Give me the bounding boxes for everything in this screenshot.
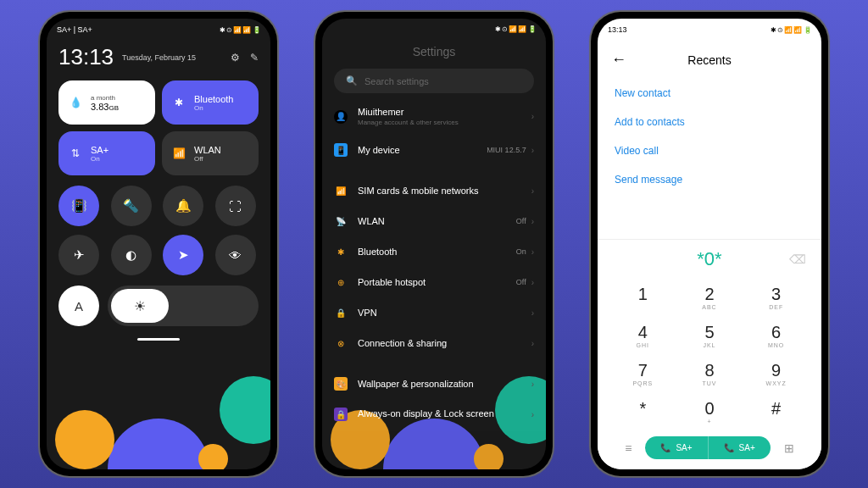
row-icon: 📶 (334, 184, 348, 197)
backspace-button[interactable]: ⌫ (789, 252, 806, 266)
device-item[interactable]: 📱 My device MIUI 12.5.7› (322, 135, 546, 165)
settings-item[interactable]: ⊕Portable hotspotOff› (322, 267, 546, 297)
status-icons: ✱ ⊙ 📶 📶 🔋 (771, 26, 811, 34)
date-display: Tuesday, February 15 (122, 53, 196, 62)
mute-toggle[interactable]: 🔔 (163, 186, 203, 226)
drop-icon: 💧 (67, 94, 84, 111)
row-icon: ⊗ (334, 336, 348, 350)
avatar-icon: 👤 (334, 110, 348, 124)
chevron-icon: › (531, 278, 534, 287)
chevron-icon: › (531, 339, 534, 348)
brightness-slider[interactable]: ☀ (108, 286, 259, 326)
lock-icon: 🔒 (334, 408, 348, 421)
chevron-icon: › (531, 247, 534, 257)
dialpad-button[interactable]: ⊞ (771, 441, 808, 455)
chevron-icon: › (531, 380, 534, 389)
flashlight-icon: 🔦 (123, 198, 139, 214)
data-usage-tile[interactable]: 💧 a month 3.83GB (58, 80, 155, 125)
wlan-tile[interactable]: 📶 WLANOff (162, 131, 259, 175)
action-link[interactable]: Video call (598, 136, 821, 165)
drag-handle[interactable] (137, 338, 180, 341)
key-8[interactable]: 8TUV (676, 355, 743, 393)
settings-item[interactable]: 📶SIM cards & mobile networks› (322, 175, 546, 206)
vibrate-toggle[interactable]: 📳 (58, 186, 99, 226)
eye-toggle[interactable]: 👁 (215, 235, 256, 275)
cellular-tile[interactable]: ⇅ SA+On (58, 131, 155, 175)
bluetooth-icon: ✱ (170, 94, 187, 111)
action-link[interactable]: New contact (598, 79, 821, 108)
bell-icon: 🔔 (175, 198, 192, 214)
screenshot-icon: ⛶ (229, 199, 242, 214)
row-icon: 🔒 (334, 306, 348, 319)
time-display: 13:13 (608, 25, 627, 34)
settings-item[interactable]: 📡WLANOff› (322, 206, 546, 236)
menu-button[interactable]: ≡ (611, 441, 645, 455)
settings-item[interactable]: 🔒VPN› (322, 297, 546, 328)
status-bar: 13:13 ✱ ⊙ 📶 📶 🔋 (598, 19, 821, 41)
back-button[interactable]: ← (611, 51, 626, 69)
airplane-toggle[interactable]: ✈ (58, 235, 99, 275)
aod-item[interactable]: 🔒 Always-on display & Lock screen › (322, 399, 546, 430)
search-input[interactable]: 🔍 Search settings (334, 69, 534, 93)
status-bar: ✱ ⊙ 📶 📶 🔋 (322, 19, 546, 40)
key-3[interactable]: 3DEF (743, 279, 810, 317)
key-*[interactable]: * (609, 393, 676, 431)
airplane-icon: ✈ (74, 247, 85, 263)
dialer-screen: 13:13 ✱ ⊙ 📶 📶 🔋 ← Recents New contactAdd… (598, 19, 821, 469)
key-#[interactable]: # (743, 393, 810, 431)
phone-frame-3: 13:13 ✱ ⊙ 📶 📶 🔋 ← Recents New contactAdd… (591, 12, 828, 476)
phone-icon: 📞 (724, 443, 734, 452)
status-icons: ✱ ⊙ 📶 📶 🔋 (220, 26, 260, 34)
time-display: 13:13 (58, 44, 114, 70)
row-icon: ✱ (334, 245, 348, 258)
location-icon: ➤ (178, 247, 189, 263)
key-1[interactable]: 1 (609, 279, 676, 317)
action-link[interactable]: Send message (598, 165, 821, 194)
phone-icon: 📞 (660, 443, 670, 452)
key-4[interactable]: 4GHI (609, 317, 676, 355)
wallpaper-icon: 🎨 (334, 377, 348, 391)
call-sim1-button[interactable]: 📞SA+ (645, 436, 707, 459)
settings-screen: ✱ ⊙ 📶 📶 🔋 Settings 🔍 Search settings 👤 M… (322, 19, 546, 469)
gear-icon[interactable]: ⚙ (231, 52, 240, 64)
search-icon: 🔍 (346, 75, 358, 86)
chevron-icon: › (531, 186, 534, 196)
sim-label: SA+ | SA+ (57, 25, 92, 34)
status-bar: SA+ | SA+ ✱ ⊙ 📶 📶 🔋 (47, 19, 270, 41)
account-item[interactable]: 👤 MiuithemerManage account & other servi… (322, 98, 546, 135)
key-0[interactable]: 0+ (676, 393, 743, 431)
moon-icon: ◐ (125, 247, 136, 263)
key-9[interactable]: 9WXYZ (743, 355, 810, 393)
key-2[interactable]: 2ABC (676, 279, 743, 317)
darkmode-toggle[interactable]: ◐ (111, 235, 152, 275)
wallpaper-item[interactable]: 🎨 Wallpaper & personalization › (322, 369, 546, 399)
auto-brightness-toggle[interactable]: A (58, 286, 99, 326)
clock-row: 13:13 Tuesday, February 15 ⚙ ✎ (47, 41, 270, 74)
location-toggle[interactable]: ➤ (163, 235, 203, 275)
recents-title: Recents (687, 53, 731, 67)
settings-item[interactable]: ⊗Connection & sharing› (322, 328, 546, 358)
chevron-icon: › (531, 112, 534, 121)
eye-icon: 👁 (229, 248, 242, 263)
settings-item[interactable]: ✱BluetoothOn› (322, 236, 546, 267)
row-icon: ⊕ (334, 275, 348, 289)
key-5[interactable]: 5JKL (676, 317, 743, 355)
chevron-icon: › (531, 410, 534, 419)
phone-frame-2: ✱ ⊙ 📶 📶 🔋 Settings 🔍 Search settings 👤 M… (315, 12, 553, 476)
status-icons: ✱ ⊙ 📶 📶 🔋 (495, 25, 536, 33)
key-7[interactable]: 7PQRS (609, 355, 676, 393)
action-link[interactable]: Add to contacts (598, 108, 821, 136)
chevron-icon: › (531, 217, 534, 226)
key-6[interactable]: 6MNO (743, 317, 810, 355)
wifi-icon: 📶 (170, 145, 187, 162)
vibrate-icon: 📳 (71, 198, 87, 214)
edit-icon[interactable]: ✎ (250, 52, 259, 64)
screenshot-toggle[interactable]: ⛶ (215, 186, 256, 226)
control-center-screen: SA+ | SA+ ✱ ⊙ 📶 📶 🔋 13:13 Tuesday, Febru… (47, 19, 270, 469)
brightness-icon: ☀ (134, 298, 146, 314)
phone-frame-1: SA+ | SA+ ✱ ⊙ 📶 📶 🔋 13:13 Tuesday, Febru… (40, 12, 277, 476)
call-sim2-button[interactable]: 📞SA+ (708, 436, 771, 459)
flashlight-toggle[interactable]: 🔦 (111, 186, 152, 226)
settings-title: Settings (322, 40, 546, 64)
bluetooth-tile[interactable]: ✱ BluetoothOn (162, 80, 259, 125)
